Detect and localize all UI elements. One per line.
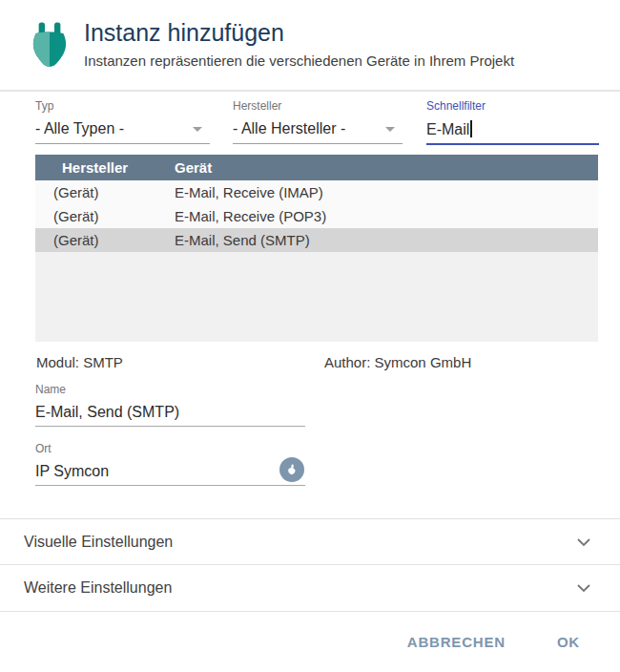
header-divider	[0, 90, 620, 92]
ok-button[interactable]: OK	[557, 634, 580, 650]
table-row-selected[interactable]: (Gerät) E-Mail, Send (SMTP)	[35, 228, 598, 252]
section-visual-settings[interactable]: Visuelle Einstellungen	[0, 519, 620, 564]
dropdown-arrow-icon	[193, 127, 202, 132]
module-info: Modul: SMTP	[36, 354, 123, 370]
location-input[interactable]: IP Symcon	[35, 458, 305, 486]
type-select-label: Typ	[35, 99, 210, 115]
quickfilter-label: Schnellfilter	[426, 99, 599, 115]
manufacturer-select-field: Hersteller - Alle Hersteller -	[233, 99, 403, 144]
column-header-hersteller: Hersteller	[35, 159, 175, 176]
table-row[interactable]: (Gerät) E-Mail, Receive (IMAP)	[35, 180, 598, 204]
section-label: Weitere Einstellungen	[24, 579, 172, 597]
type-select-field: Typ - Alle Typen -	[35, 99, 210, 144]
location-picker-button[interactable]	[279, 457, 304, 482]
manufacturer-select[interactable]: - Alle Hersteller -	[233, 115, 403, 144]
section-more-settings[interactable]: Weitere Einstellungen	[0, 565, 620, 610]
name-label: Name	[35, 383, 305, 399]
chevron-down-icon[interactable]	[576, 583, 591, 593]
manufacturer-select-label: Hersteller	[233, 99, 403, 115]
cell-geraet: E-Mail, Receive (IMAP)	[175, 184, 598, 200]
cell-hersteller: (Gerät)	[35, 232, 175, 248]
author-info: Author: Symcon GmbH	[324, 354, 471, 370]
quickfilter-field: Schnellfilter E-Mail	[426, 99, 599, 145]
table-row[interactable]: (Gerät) E-Mail, Receive (POP3)	[35, 204, 598, 228]
type-select[interactable]: - Alle Typen -	[35, 115, 210, 144]
quickfilter-value: E-Mail	[426, 121, 469, 137]
name-input[interactable]: E-Mail, Send (SMTP)	[35, 399, 305, 427]
page-subtitle: Instanzen repräsentieren die verschieden…	[84, 52, 514, 69]
dropdown-arrow-icon	[385, 127, 395, 132]
device-table: Hersteller Gerät (Gerät) E-Mail, Receive…	[35, 155, 598, 342]
type-select-value: - Alle Typen -	[35, 120, 124, 137]
dialog-footer: ABBRECHEN OK	[0, 611, 620, 672]
cell-hersteller: (Gerät)	[35, 184, 175, 200]
plug-icon	[31, 22, 69, 70]
quickfilter-input[interactable]: E-Mail	[426, 115, 599, 145]
device-table-header: Hersteller Gerät	[35, 155, 598, 180]
location-label: Ort	[35, 442, 305, 458]
name-value: E-Mail, Send (SMTP)	[35, 404, 179, 421]
location-value: IP Symcon	[35, 463, 109, 480]
table-empty-area	[35, 252, 598, 342]
page-title: Instanz hinzufügen	[84, 19, 284, 47]
section-label: Visuelle Einstellungen	[24, 534, 173, 551]
location-field: Ort IP Symcon	[35, 442, 305, 486]
cell-geraet: E-Mail, Send (SMTP)	[175, 232, 598, 248]
pointing-hand-icon	[284, 462, 300, 477]
text-caret	[470, 120, 472, 137]
chevron-down-icon[interactable]	[576, 537, 591, 547]
column-header-geraet: Gerät	[175, 159, 598, 176]
name-field: Name E-Mail, Send (SMTP)	[35, 383, 305, 427]
manufacturer-select-value: - Alle Hersteller -	[233, 120, 345, 137]
cell-geraet: E-Mail, Receive (POP3)	[175, 208, 598, 224]
cancel-button[interactable]: ABBRECHEN	[407, 634, 506, 650]
cell-hersteller: (Gerät)	[35, 208, 175, 224]
add-instance-dialog: Instanz hinzufügen Instanzen repräsentie…	[0, 0, 620, 672]
